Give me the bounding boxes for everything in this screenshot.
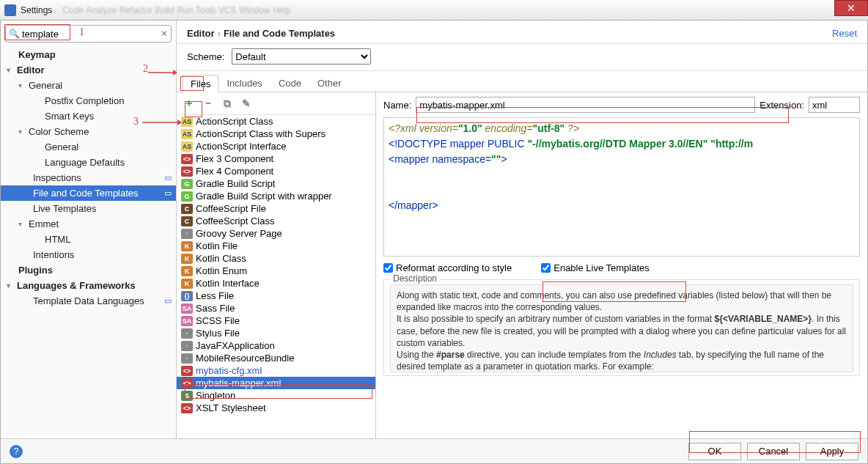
template-item[interactable]: <>XSLT Stylesheet (177, 402, 375, 414)
template-item[interactable]: KKotlin Class (177, 252, 375, 265)
template-label: mybatis-mapper.xml (196, 378, 281, 388)
tree-intentions[interactable]: Intentions (1, 247, 176, 262)
template-item[interactable]: ·JavaFXApplication (177, 339, 375, 352)
template-code[interactable]: <?xml version="1.0" encoding="utf-8" ?> … (383, 117, 860, 257)
template-item[interactable]: <>Flex 3 Component (177, 152, 375, 165)
template-item[interactable]: <>mybatis-mapper.xml (177, 377, 375, 389)
template-item[interactable]: KKotlin Enum (177, 265, 375, 277)
tree-html[interactable]: HTML (1, 232, 176, 247)
chevron-down-icon: ▾ (7, 281, 15, 290)
add-button[interactable]: ＋ (183, 97, 196, 110)
template-item[interactable]: ASActionScript Class with Supers (177, 128, 375, 140)
scheme-select[interactable]: Default (232, 48, 371, 65)
template-label: Sass File (196, 303, 235, 314)
template-item[interactable]: <>mybatis-cfg.xml (177, 364, 375, 377)
settings-content: Editor›File and Code Templates Reset Sch… (177, 21, 867, 463)
file-icon: <> (181, 166, 193, 177)
template-label: Kotlin Class (196, 253, 246, 264)
tree-file-code-templates[interactable]: File and Code Templates▭ (1, 185, 176, 201)
blurred-menu: Code Analyze Refactor Build Run Tools VC… (62, 5, 290, 15)
reformat-check[interactable]: Reformat according to style (383, 262, 512, 273)
description-text: Along with static text, code and comment… (390, 284, 853, 372)
search-icon: 🔍 (9, 29, 20, 39)
template-item[interactable]: KKotlin Interface (177, 277, 375, 290)
template-item[interactable]: ·Stylus File (177, 327, 375, 339)
ext-input[interactable] (809, 97, 860, 113)
tree-langfw[interactable]: ▾Languages & Frameworks (1, 278, 176, 293)
template-item[interactable]: ·MobileResourceBundle (177, 352, 375, 364)
cancel-button[interactable]: Cancel (747, 443, 800, 460)
tree-general[interactable]: ▾General (1, 78, 176, 93)
tree-plugins[interactable]: Plugins (1, 262, 176, 278)
template-item[interactable]: SSingleton (177, 389, 375, 402)
reset-link[interactable]: Reset (832, 28, 857, 39)
search-input[interactable] (9, 29, 161, 40)
tree-editor[interactable]: ▾Editor (1, 62, 176, 78)
tree-emmet[interactable]: ▾Emmet (1, 216, 176, 232)
template-label: MobileResourceBundle (196, 353, 294, 364)
annotation-2: 2 (143, 63, 148, 75)
copy-button[interactable]: ⧉ (221, 97, 234, 110)
tree-live-templates[interactable]: Live Templates (1, 201, 176, 216)
template-item[interactable]: CCoffeeScript File (177, 202, 375, 215)
description-legend: Description (390, 273, 440, 284)
remove-button[interactable]: － (202, 97, 215, 110)
edit-button[interactable]: ✎ (240, 97, 253, 110)
close-button[interactable]: ✕ (834, 0, 868, 16)
template-item[interactable]: SASCSS File (177, 314, 375, 327)
tab-includes[interactable]: Includes (218, 74, 270, 92)
reformat-checkbox[interactable] (383, 263, 393, 273)
ok-button[interactable]: OK (688, 443, 741, 460)
file-icon: K (181, 254, 193, 264)
template-item[interactable]: KKotlin File (177, 240, 375, 252)
template-item[interactable]: CCoffeeScript Class (177, 215, 375, 227)
tab-code[interactable]: Code (271, 74, 309, 92)
clear-icon[interactable]: ✕ (161, 29, 168, 39)
tree-langdef[interactable]: Language Defaults (1, 155, 176, 170)
enable-live-checkbox[interactable] (541, 263, 551, 273)
tree-inspections[interactable]: Inspections▭ (1, 170, 176, 185)
template-item[interactable]: {}Less File (177, 290, 375, 302)
chevron-down-icon: ▾ (18, 128, 27, 136)
file-icon: AS (181, 117, 193, 127)
file-icon: AS (181, 141, 193, 152)
search-input-wrapper[interactable]: 🔍 ✕ (5, 25, 172, 43)
template-list[interactable]: ASActionScript ClassASActionScript Class… (177, 115, 375, 463)
template-label: CoffeeScript File (196, 203, 266, 214)
annotation-3: 3 (133, 116, 139, 128)
tab-other[interactable]: Other (309, 74, 350, 92)
window-title: Settings (21, 5, 52, 15)
template-item[interactable]: SASass File (177, 302, 375, 314)
tree-postfix[interactable]: Postfix Completion (1, 93, 176, 108)
file-icon: C (181, 216, 193, 227)
file-icon: <> (181, 366, 193, 376)
template-label: ActionScript Interface (196, 141, 287, 152)
template-item[interactable]: GGradle Build Script (177, 177, 375, 190)
template-item[interactable]: GGradle Build Script with wrapper (177, 190, 375, 202)
name-input[interactable] (416, 97, 755, 113)
enable-live-check[interactable]: Enable Live Templates (541, 262, 650, 273)
settings-sidebar: 🔍 ✕ Keymap ▾Editor ▾General Postfix Comp… (1, 21, 177, 463)
template-item[interactable]: <>Flex 4 Component (177, 165, 375, 177)
tab-files[interactable]: Files (183, 75, 218, 92)
template-item[interactable]: ·Groovy Server Page (177, 227, 375, 240)
template-item[interactable]: ASActionScript Class (177, 115, 375, 128)
apply-button[interactable]: Apply (806, 443, 858, 460)
settings-tree: Keymap ▾Editor ▾General Postfix Completi… (1, 47, 176, 463)
tree-general2[interactable]: General (1, 139, 176, 155)
ext-label: Extension: (760, 100, 804, 111)
tree-tdlang[interactable]: Template Data Languages▭ (1, 293, 176, 309)
scheme-bar: Scheme: Default (177, 44, 867, 71)
main: 🔍 ✕ Keymap ▾Editor ▾General Postfix Comp… (0, 21, 868, 464)
scope-icon: ▭ (164, 173, 172, 183)
template-label: Stylus File (196, 328, 240, 339)
template-tabs: Files Includes Code Other (177, 71, 867, 92)
scope-icon: ▭ (164, 296, 172, 306)
template-label: Singleton (196, 390, 235, 401)
help-button[interactable]: ? (10, 445, 23, 458)
tree-smartkeys[interactable]: Smart Keys (1, 108, 176, 124)
tree-keymap[interactable]: Keymap (1, 47, 176, 62)
template-item[interactable]: ASActionScript Interface (177, 140, 375, 152)
file-icon: · (181, 353, 193, 364)
tree-colorscheme[interactable]: ▾Color Scheme (1, 124, 176, 139)
